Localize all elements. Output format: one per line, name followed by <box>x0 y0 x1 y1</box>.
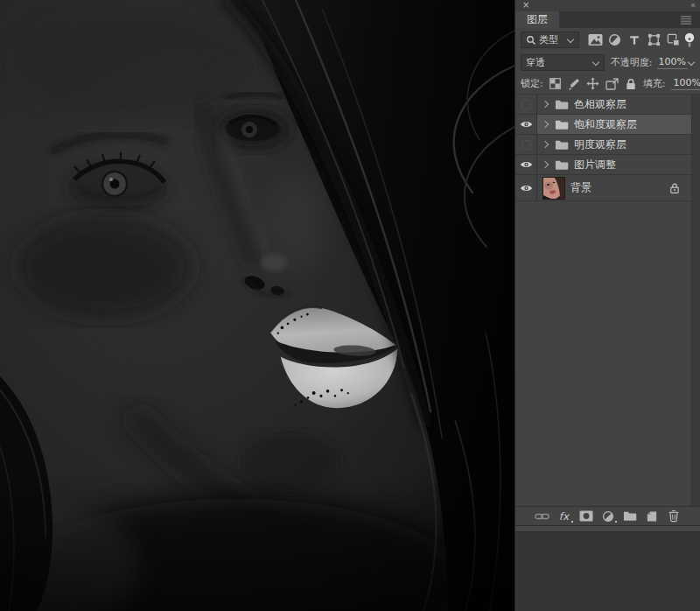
adjustment-filter-icon[interactable] <box>606 32 623 49</box>
image-canvas <box>0 0 514 611</box>
eye-hidden-box <box>522 100 531 109</box>
layer-name: 图片调整 <box>574 158 616 172</box>
visibility-toggle[interactable] <box>515 115 537 134</box>
fx-menu-dot <box>571 521 573 523</box>
opacity-value[interactable]: 100% <box>657 56 688 69</box>
type-filter-icon[interactable] <box>626 32 643 49</box>
panel-header: × « <box>515 0 700 11</box>
eye-icon <box>520 160 533 169</box>
lock-transparency-icon[interactable] <box>550 75 562 93</box>
lock-artboard-icon[interactable] <box>606 75 619 93</box>
layer-row-image-adjust-group[interactable]: 图片调整 <box>515 155 691 175</box>
visibility-toggle[interactable] <box>515 135 537 154</box>
adjustment-layer-icon[interactable] <box>600 509 615 524</box>
layer-list: 色相观察层 饱和度观察层 <box>515 95 700 506</box>
layers-panel-footer: fx <box>515 506 700 525</box>
fill-label: 填充: <box>643 77 666 90</box>
layer-name: 背景 <box>570 180 592 195</box>
filter-type-label: 类型 <box>539 33 564 46</box>
lock-all-icon[interactable] <box>625 75 637 93</box>
filter-kind-buttons <box>586 32 695 49</box>
layer-row-hue-group[interactable]: 色相观察层 <box>515 95 691 115</box>
layer-filter-row: 类型 <box>515 28 700 52</box>
adjustment-menu-dot <box>615 521 617 523</box>
chevron-right-icon[interactable] <box>542 121 550 128</box>
close-panel-button[interactable]: × <box>522 0 529 11</box>
dock-empty-area <box>515 532 700 611</box>
layer-name: 明度观察层 <box>574 137 626 152</box>
layer-style-icon[interactable]: fx <box>556 509 571 524</box>
chevron-right-icon[interactable] <box>542 161 550 168</box>
dock-resize-handle[interactable] <box>515 525 700 532</box>
chevron-down-icon <box>567 37 574 44</box>
visibility-toggle[interactable] <box>515 95 537 114</box>
folder-icon <box>555 99 569 110</box>
filter-type-select[interactable]: 类型 <box>521 32 579 48</box>
collapse-panels-button[interactable]: « <box>690 0 695 11</box>
layer-name: 色相观察层 <box>574 97 626 112</box>
fill-value[interactable]: 100% <box>671 77 700 90</box>
visibility-toggle[interactable] <box>515 175 537 200</box>
layer-thumbnail[interactable] <box>542 177 565 200</box>
background-lock-icon <box>668 182 681 194</box>
blend-mode-row: 穿透 不透明度: 100% <box>515 52 700 74</box>
layers-panel: × « 图层 类型 <box>515 0 700 525</box>
chevron-right-icon[interactable] <box>542 141 550 148</box>
photoshop-workspace: × « 图层 类型 <box>0 0 700 611</box>
shape-filter-icon[interactable] <box>645 32 662 49</box>
search-icon <box>526 35 536 46</box>
fx-glyph: fx <box>559 511 569 522</box>
opacity-label: 不透明度: <box>611 56 653 69</box>
layer-list-empty-area <box>515 201 691 506</box>
panel-menu-icon[interactable] <box>677 11 695 29</box>
filter-toggle[interactable] <box>684 32 695 49</box>
visibility-toggle[interactable] <box>515 155 537 174</box>
panel-tab-bar: 图层 <box>515 11 700 28</box>
lock-position-icon[interactable] <box>586 75 599 93</box>
delete-layer-icon[interactable] <box>666 509 681 524</box>
eye-icon <box>520 184 533 193</box>
layer-list-scrollbar-gutter[interactable] <box>691 95 700 506</box>
eye-hidden-box <box>522 140 531 150</box>
chevron-right-icon[interactable] <box>542 101 550 108</box>
panel-dock: × « 图层 类型 <box>514 0 700 611</box>
folder-icon <box>555 159 569 171</box>
new-group-icon[interactable] <box>622 509 637 524</box>
layer-row-background[interactable]: 背景 <box>515 175 691 201</box>
portrait-image <box>0 0 514 611</box>
new-layer-icon[interactable] <box>644 509 659 524</box>
blend-mode-select[interactable]: 穿透 <box>521 54 605 71</box>
chevron-down-icon <box>592 60 599 67</box>
folder-icon <box>555 119 569 130</box>
smart-object-filter-icon[interactable] <box>665 32 682 49</box>
blend-mode-value: 穿透 <box>526 56 545 69</box>
tab-layers[interactable]: 图层 <box>515 11 559 28</box>
layer-row-saturation-group[interactable]: 饱和度观察层 <box>515 115 691 135</box>
pixel-filter-icon[interactable] <box>586 32 604 49</box>
folder-icon <box>555 139 569 151</box>
lock-row: 锁定: 填充: 100% <box>515 74 700 95</box>
opacity-dropdown-chevron[interactable] <box>688 60 695 67</box>
layer-row-lightness-group[interactable]: 明度观察层 <box>515 135 691 155</box>
eye-icon <box>520 120 533 129</box>
layer-mask-icon[interactable] <box>578 509 593 524</box>
layer-name: 饱和度观察层 <box>574 117 637 132</box>
link-layers-icon[interactable] <box>535 509 550 524</box>
lock-pixels-icon[interactable] <box>568 75 580 93</box>
lock-label: 锁定: <box>521 77 543 90</box>
